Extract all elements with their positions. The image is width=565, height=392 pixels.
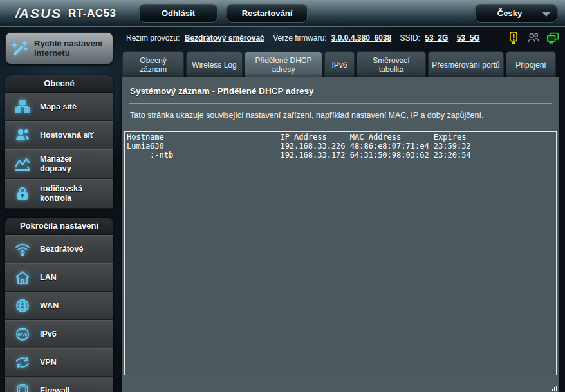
sidebar-item-wireless[interactable]: Bezdrátové	[5, 235, 113, 263]
nav-group-title: Pokročilá nastavení	[5, 218, 113, 235]
tab-wireless-log[interactable]: Wireless Log	[186, 51, 243, 77]
log-panel: Systémový záznam - Přidělené DHCP adresy…	[122, 77, 559, 392]
sidebar-item-label: Mapa sítě	[40, 102, 77, 112]
house-icon	[13, 268, 32, 286]
nav-group-advanced: Pokročilá nastavení Bezdrátové L	[5, 218, 113, 392]
sidebar-item-traffic-manager[interactable]: Manažer dopravy	[5, 149, 113, 179]
reboot-button[interactable]: Restartování	[227, 4, 308, 23]
sidebar-item-wan[interactable]: WAN	[5, 292, 113, 320]
tab-dhcp-leases[interactable]: Přidělené DHCP adresy	[245, 51, 322, 77]
ssid-label: SSID:	[400, 33, 420, 42]
sidebar-item-guest-network[interactable]: Hostovaná síť	[5, 121, 113, 149]
sidebar-item-label: WAN	[40, 301, 59, 311]
page-title: Systémový záznam - Přidělené DHCP adresy	[130, 86, 314, 96]
sidebar-item-ipv6[interactable]: IPv6 IPv6	[5, 320, 113, 348]
tab-port-forwarding[interactable]: Přesměrování portů	[428, 51, 504, 77]
router-model: RT-AC53	[68, 7, 116, 20]
language-value: Česky	[497, 8, 522, 18]
language-dropdown[interactable]: Česky	[475, 4, 557, 23]
tab-general-log[interactable]: Obecný záznam	[122, 51, 184, 77]
main-content: Obecný záznam Wireless Log Přidělené DHC…	[122, 51, 559, 392]
magic-wand-icon	[10, 39, 29, 57]
sidebar-item-network-map[interactable]: Mapa sítě	[5, 93, 113, 121]
sidebar-item-lan[interactable]: LAN	[5, 263, 113, 292]
vpn-arrows-icon	[13, 353, 32, 371]
sidebar-item-label: LAN	[40, 273, 57, 283]
ssid-5g-link[interactable]: 53_5G	[457, 33, 480, 42]
status-icons	[507, 31, 559, 45]
sidebar-item-label: IPv6	[40, 330, 57, 339]
resize-handle[interactable]	[551, 385, 558, 391]
sidebar-item-firewall[interactable]: Firewall	[5, 377, 113, 392]
sidebar-item-vpn[interactable]: VPN	[5, 348, 113, 377]
clients-icon[interactable]	[526, 31, 539, 45]
quick-setup-button[interactable]: Rychlé nastavení internetu	[5, 32, 113, 64]
wifi-icon	[13, 240, 32, 258]
dhcp-lease-log[interactable]: Hostname IP Address MAC Address Expires …	[124, 131, 557, 375]
asus-logo: ASUS	[15, 6, 62, 21]
chevron-down-icon	[542, 12, 550, 17]
title-divider	[129, 103, 552, 104]
logout-button[interactable]: Odhlásit	[139, 4, 218, 23]
sidebar-item-parental-control[interactable]: rodičovská kontrola	[5, 179, 113, 209]
sidebar-item-label: rodičovská kontrola	[40, 184, 99, 203]
nav-group-general: Obecné Mapa sítě Host	[5, 75, 113, 209]
tab-ipv6[interactable]: IPv6	[324, 51, 355, 77]
shield-icon	[13, 382, 32, 392]
devices-icon[interactable]	[546, 31, 559, 45]
tab-routing-table[interactable]: Směrovací tabulka	[357, 51, 426, 77]
page-description: Tato stránka ukazuje související nastave…	[130, 111, 483, 120]
sidebar-item-label: Bezdrátové	[40, 245, 83, 254]
firmware-version-link[interactable]: 3.0.0.4.380_6038	[331, 33, 391, 42]
operation-mode-link[interactable]: Bezdrátový směrovač	[185, 33, 264, 42]
status-bar: Režim provozu: Bezdrátový směrovač Verze…	[126, 33, 501, 42]
guest-network-icon	[13, 126, 32, 144]
nav-group-title: Obecné	[5, 75, 113, 93]
log-tabs: Obecný záznam Wireless Log Přidělené DHC…	[122, 51, 559, 77]
traffic-chart-icon	[13, 155, 32, 173]
network-map-icon	[13, 98, 32, 116]
quick-setup-label: Rychlé nastavení internetu	[34, 39, 104, 58]
lock-icon	[13, 185, 32, 203]
sidebar: Rychlé nastavení internetu Obecné Mapa s…	[5, 32, 113, 392]
top-bar: ASUS RT-AC53 Odhlásit Restartování Česky	[0, 0, 565, 27]
sidebar-item-label: VPN	[40, 358, 57, 368]
ssid-2g-link[interactable]: 53_2G	[425, 33, 448, 42]
sidebar-item-label: Hostovaná síť	[40, 131, 94, 140]
firmware-label: Verze firmwaru:	[273, 33, 326, 42]
tab-connections[interactable]: Připojení	[506, 51, 556, 77]
operation-mode-label: Režim provozu:	[126, 33, 180, 42]
alert-icon[interactable]	[507, 31, 520, 45]
ipv6-globe-icon: IPv6	[13, 325, 32, 343]
sidebar-item-label: Firewall	[40, 386, 70, 392]
globe-icon	[13, 297, 32, 315]
sidebar-item-label: Manažer dopravy	[40, 154, 99, 174]
svg-text:IPv6: IPv6	[18, 332, 28, 337]
